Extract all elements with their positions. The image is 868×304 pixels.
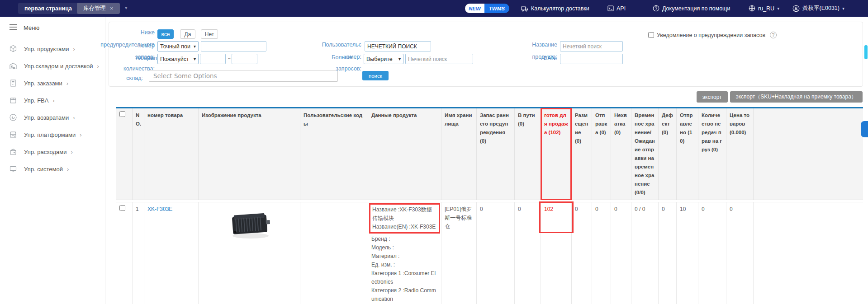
column-header-codes: Пользовательские коды bbox=[300, 108, 368, 200]
below-warning-no-button[interactable]: Нет bbox=[201, 29, 218, 39]
chevron-down-icon: ▾ bbox=[398, 56, 401, 61]
cell-data: Название :XK-F303数据传输模块Название(EN) :XK-… bbox=[368, 202, 441, 304]
api-link[interactable]: API bbox=[607, 0, 626, 17]
sidebar-item-5[interactable]: Упр. возвратами› bbox=[0, 109, 105, 126]
locale-switcher[interactable]: ru_RU ▾ bbox=[749, 0, 779, 17]
tab-home[interactable]: первая страница bbox=[18, 3, 78, 14]
qty-type-label: Тип bbox=[147, 55, 157, 61]
floating-side-widget[interactable] bbox=[861, 121, 868, 137]
sidebar-item-6[interactable]: Упр. платформами› bbox=[0, 126, 105, 143]
question-circle-icon bbox=[653, 5, 659, 12]
column-header-defect: Дефект (0) bbox=[659, 108, 677, 200]
locale-label: ru_RU bbox=[758, 5, 774, 12]
wallet-icon bbox=[9, 148, 17, 156]
help-docs-label: Документация по помощи bbox=[662, 5, 730, 12]
chevron-down-icon: ▾ bbox=[777, 6, 779, 11]
cell-shipping: 0 bbox=[592, 202, 611, 304]
sidebar-item-4[interactable]: Упр. FBA› bbox=[0, 92, 105, 109]
help-icon[interactable]: ? bbox=[770, 32, 777, 38]
package-icon bbox=[9, 96, 17, 104]
stock-warning-checkbox[interactable] bbox=[648, 32, 654, 38]
product-name-input[interactable] bbox=[560, 41, 623, 51]
more-queries-label: Больше bbox=[332, 54, 352, 61]
product-detail-line: Ед. изм. : bbox=[371, 261, 438, 269]
cell-defect: 0 bbox=[659, 202, 677, 304]
more-queries-input[interactable] bbox=[405, 54, 473, 64]
below-warning-yes-button[interactable]: Да bbox=[180, 29, 195, 39]
sidebar-item-label: Упр. платформами bbox=[24, 131, 76, 138]
user-number-input[interactable] bbox=[365, 41, 431, 51]
cell-transfer: 0 bbox=[698, 202, 726, 304]
tab-inventory-label: 库存管理 bbox=[83, 5, 106, 12]
product-name-line: Название(EN) :XK-F303E bbox=[372, 223, 437, 231]
search-button[interactable]: поиск bbox=[362, 71, 389, 80]
product-number-link[interactable]: XK-F303E bbox=[147, 206, 172, 212]
match-type-select[interactable]: Точный пои ▾ bbox=[157, 41, 199, 51]
table-header-row: NO.номер товараИзображение продуктаПольз… bbox=[116, 108, 863, 200]
chevron-down-icon: ▾ bbox=[194, 44, 196, 49]
scrollbar-thumb[interactable] bbox=[864, 45, 868, 59]
cell-shortage: 0 bbox=[611, 202, 631, 304]
warehouse-icon bbox=[9, 62, 17, 70]
cell-sku: XK-F303E bbox=[144, 202, 199, 304]
sidebar-item-7[interactable]: Упр. расходами› bbox=[0, 143, 105, 160]
product-detail-line: Категория 2 :Radio Communication bbox=[371, 286, 438, 304]
item-number-input[interactable] bbox=[201, 41, 266, 51]
column-header-warehouse: Имя хранилища bbox=[441, 108, 477, 200]
filler-column bbox=[754, 202, 863, 304]
qty-min-input[interactable] bbox=[200, 54, 226, 64]
cube-icon bbox=[9, 45, 17, 53]
qty-max-input[interactable] bbox=[232, 54, 257, 64]
sidebar-item-label: Упр. продуктами bbox=[24, 46, 69, 52]
user-icon bbox=[792, 5, 800, 12]
more-queries-value: Выберите bbox=[366, 56, 393, 62]
tab-inventory[interactable]: 库存管理 × bbox=[77, 3, 120, 14]
product-name-label: Название bbox=[532, 42, 557, 48]
more-queries-select[interactable]: Выберите ▾ bbox=[364, 54, 403, 64]
cell-transit: 0 bbox=[515, 202, 541, 304]
cell-early: 0 bbox=[477, 202, 515, 304]
menu-toggle[interactable]: Меню bbox=[0, 17, 105, 36]
below-warning-all-button[interactable]: все bbox=[157, 29, 174, 39]
cell-codes bbox=[300, 202, 368, 304]
menu-label: Меню bbox=[24, 24, 39, 31]
chevron-right-icon: › bbox=[67, 166, 69, 173]
shipping-calculator-link[interactable]: Калькулятор доставки bbox=[521, 0, 589, 17]
sidebar-item-2[interactable]: Упр.складом и доставкой› bbox=[0, 57, 105, 75]
sidebar-item-8[interactable]: Упр. системой› bbox=[0, 160, 105, 178]
chevron-down-icon[interactable]: ▾ bbox=[125, 5, 128, 11]
topbar: первая страница 库存管理 × ▾ NEW TWMS Кальку… bbox=[0, 0, 868, 17]
column-header-ready: готов для продажа (102) bbox=[541, 108, 572, 200]
select-all-checkbox[interactable] bbox=[119, 111, 125, 117]
product-name-line: Название :XK-F303数据传输模块 bbox=[372, 206, 437, 223]
user-menu[interactable]: 黃秋平(E0031) ▾ bbox=[792, 0, 844, 17]
sidebar-item-label: Упр. системой bbox=[24, 166, 63, 173]
qty-type-select[interactable]: Пожалуйст ▾ bbox=[157, 54, 199, 64]
cell-no: 1 bbox=[133, 202, 144, 304]
row-checkbox[interactable] bbox=[119, 205, 125, 211]
api-label: API bbox=[617, 5, 626, 12]
export-toolbar: экспорт экспорт（SKU+Накладная на приемку… bbox=[697, 91, 863, 103]
inventory-table: NO.номер товараИзображение продуктаПольз… bbox=[116, 107, 863, 304]
help-docs-link[interactable]: Документация по помощи bbox=[653, 0, 730, 17]
inventory-management-screen: первая страница 库存管理 × ▾ NEW TWMS Кальку… bbox=[0, 0, 868, 304]
filter-panel: Ниже предупредительного номер запаса: то… bbox=[109, 22, 863, 87]
chevron-right-icon: › bbox=[73, 46, 75, 52]
export-button[interactable]: экспорт bbox=[697, 91, 728, 103]
twms-badge[interactable]: NEW TWMS bbox=[465, 4, 509, 13]
product-photo[interactable] bbox=[228, 206, 297, 245]
new-label: NEW bbox=[465, 4, 484, 13]
product-detail-line: Модель : bbox=[371, 243, 438, 252]
column-header-shipped: Отправлено (10) bbox=[677, 108, 698, 200]
sidebar-item-1[interactable]: Упр. продуктами› bbox=[0, 40, 105, 57]
item-number-label: номер bbox=[138, 42, 155, 49]
ean-input[interactable] bbox=[560, 54, 623, 64]
cell-check bbox=[116, 202, 133, 304]
twms-label: TWMS bbox=[484, 4, 509, 13]
cell-price: 0 bbox=[726, 202, 754, 304]
sidebar-item-3[interactable]: Упр. заказами› bbox=[0, 75, 105, 92]
export-sku-button[interactable]: экспорт（SKU+Накладная на приемку товара） bbox=[730, 91, 863, 103]
close-icon[interactable]: × bbox=[110, 5, 114, 12]
warehouse-multiselect[interactable]: Select Some Options bbox=[149, 70, 338, 82]
ready-for-sale-value: 102 bbox=[544, 206, 553, 212]
